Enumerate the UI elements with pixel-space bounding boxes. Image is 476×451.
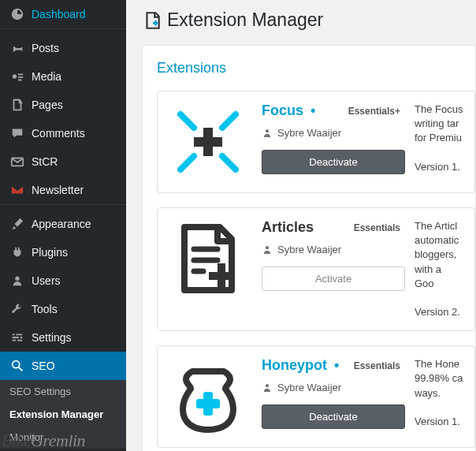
- envelope-icon: [9, 182, 25, 198]
- sidebar-item-tools[interactable]: Tools: [0, 295, 126, 323]
- extension-tier: Essentials+: [348, 106, 400, 117]
- extension-version: Version 1.: [415, 161, 460, 173]
- svg-point-19: [266, 384, 269, 387]
- sidebar-item-label: Comments: [32, 127, 85, 140]
- extension-name: Focus •: [262, 102, 315, 119]
- svg-rect-15: [209, 272, 234, 280]
- sidebar-item-settings[interactable]: Settings: [0, 323, 126, 352]
- sidebar-item-label: Users: [32, 274, 61, 287]
- extension-author: Sybre Waaijer: [262, 244, 400, 255]
- extension-manager-icon: [142, 10, 162, 31]
- brush-icon: [9, 216, 25, 232]
- extension-description: The Focus writing tar for Premiu Version…: [415, 102, 463, 181]
- svg-rect-9: [194, 137, 222, 147]
- extension-description: The Articl automatic bloggers, with a Go…: [415, 219, 463, 319]
- sidebar-item-posts[interactable]: Posts: [0, 34, 126, 62]
- sidebar-item-pages[interactable]: Pages: [0, 91, 126, 119]
- extension-author: Sybre Waaijer: [262, 382, 400, 393]
- media-icon: [9, 69, 25, 84]
- admin-sidebar: Dashboard Posts Media Pages Comments StC…: [0, 0, 126, 451]
- sidebar-item-label: Tools: [32, 303, 58, 315]
- svg-line-7: [222, 156, 236, 170]
- extension-card-articles: Articles Essentials Sybre Waaijer Activa…: [157, 207, 475, 331]
- sidebar-item-stcr[interactable]: StCR: [0, 147, 126, 176]
- svg-line-6: [180, 156, 194, 170]
- extension-name: Honeypot •: [262, 357, 339, 374]
- svg-point-3: [13, 361, 20, 368]
- focus-icon: [169, 102, 247, 181]
- svg-point-10: [266, 129, 269, 132]
- sidebar-item-label: Appearance: [32, 218, 91, 230]
- extension-version: Version 1.: [415, 416, 460, 427]
- section-heading: Extensions: [157, 60, 475, 76]
- user-icon: [9, 273, 25, 289]
- activate-button[interactable]: Activate: [262, 266, 405, 291]
- author-icon: [262, 244, 273, 255]
- sidebar-item-label: Media: [32, 70, 61, 83]
- sidebar-item-label: StCR: [32, 155, 58, 168]
- svg-line-5: [222, 114, 236, 128]
- sidebar-item-appearance[interactable]: Appearance: [0, 210, 126, 238]
- sidebar-item-media[interactable]: Media: [0, 62, 126, 91]
- pages-icon: [9, 97, 25, 113]
- articles-icon: [169, 219, 247, 298]
- sidebar-item-label: Posts: [32, 42, 59, 54]
- dashboard-icon: [9, 6, 25, 22]
- main-content: Extension Manager Extensions Focus • Ess…: [126, 0, 476, 451]
- mail-icon: [9, 154, 25, 170]
- sidebar-item-label: Settings: [32, 331, 72, 344]
- svg-rect-18: [196, 399, 220, 408]
- extension-version: Version 2.: [415, 306, 460, 318]
- deactivate-button[interactable]: Deactivate: [262, 150, 405, 174]
- watermark: BikeGremlin: [0, 430, 87, 451]
- sidebar-item-label: SEO: [32, 360, 55, 372]
- search-icon: [9, 358, 25, 374]
- svg-point-2: [15, 277, 19, 281]
- sidebar-item-dashboard[interactable]: Dashboard: [0, 0, 126, 28]
- sidebar-item-label: Plugins: [32, 246, 68, 259]
- svg-point-16: [266, 246, 269, 249]
- sidebar-item-plugins[interactable]: Plugins: [0, 238, 126, 266]
- svg-line-4: [180, 114, 194, 128]
- sidebar-item-newsletter[interactable]: Newsletter: [0, 176, 126, 204]
- extension-tier: Essentials: [354, 360, 400, 371]
- page-title-text: Extension Manager: [167, 9, 323, 31]
- plug-icon: [9, 244, 25, 260]
- sidebar-item-seo[interactable]: SEO: [0, 352, 126, 380]
- extension-tier: Essentials: [354, 222, 400, 233]
- author-icon: [262, 128, 273, 139]
- svg-point-0: [13, 74, 17, 78]
- sidebar-item-users[interactable]: Users: [0, 266, 126, 295]
- page-title: Extension Manager: [142, 0, 476, 45]
- extension-card-honeypot: Honeypot • Essentials Sybre Waaijer Deac…: [157, 345, 475, 448]
- author-icon: [262, 382, 273, 393]
- extension-name: Articles: [262, 219, 314, 236]
- sidebar-item-label: Pages: [32, 99, 63, 111]
- comment-icon: [9, 125, 25, 141]
- extensions-panel: Extensions Focus • Essentials+ Sybre Waa…: [142, 45, 476, 451]
- wrench-icon: [9, 301, 25, 317]
- sidebar-item-label: Dashboard: [32, 8, 86, 20]
- submenu-item-extension-manager[interactable]: Extension Manager: [0, 403, 126, 426]
- sidebar-item-comments[interactable]: Comments: [0, 119, 126, 147]
- sidebar-item-label: Newsletter: [32, 184, 84, 196]
- deactivate-button[interactable]: Deactivate: [262, 404, 405, 429]
- extension-description: The Hone 99.98% ca ways. Version 1.: [415, 357, 463, 436]
- honeypot-icon: [169, 357, 247, 436]
- sliders-icon: [9, 330, 25, 345]
- submenu-item-seo-settings[interactable]: SEO Settings: [0, 380, 126, 403]
- extension-author: Sybre Waaijer: [262, 127, 400, 139]
- extension-card-focus: Focus • Essentials+ Sybre Waaijer Deacti…: [157, 91, 475, 193]
- pin-icon: [9, 40, 25, 56]
